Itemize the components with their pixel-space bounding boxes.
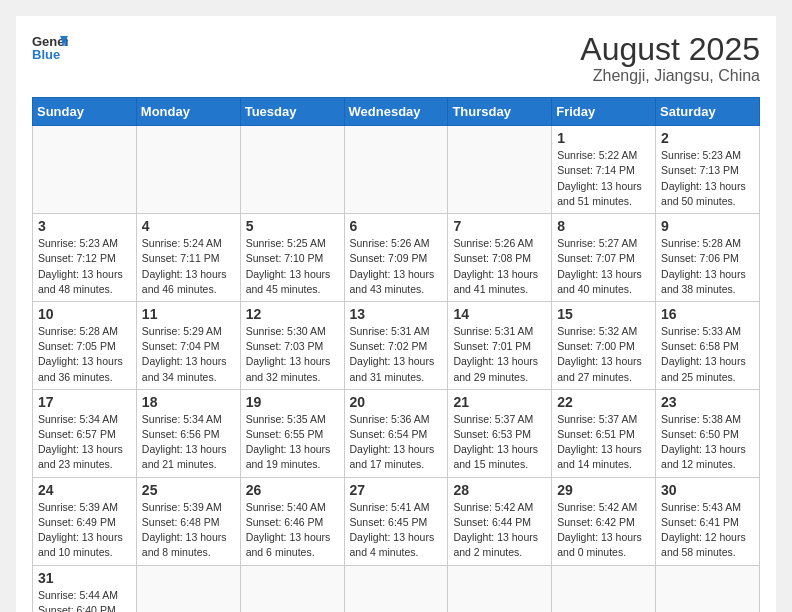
calendar-week-row: 17Sunrise: 5:34 AM Sunset: 6:57 PM Dayli… — [33, 389, 760, 477]
calendar-cell: 27Sunrise: 5:41 AM Sunset: 6:45 PM Dayli… — [344, 477, 448, 565]
calendar-table: SundayMondayTuesdayWednesdayThursdayFrid… — [32, 97, 760, 612]
calendar-cell: 15Sunrise: 5:32 AM Sunset: 7:00 PM Dayli… — [552, 301, 656, 389]
day-number: 21 — [453, 394, 546, 410]
day-number: 15 — [557, 306, 650, 322]
day-number: 7 — [453, 218, 546, 234]
calendar-cell — [448, 126, 552, 214]
calendar-cell: 12Sunrise: 5:30 AM Sunset: 7:03 PM Dayli… — [240, 301, 344, 389]
weekday-header-tuesday: Tuesday — [240, 98, 344, 126]
calendar-cell: 18Sunrise: 5:34 AM Sunset: 6:56 PM Dayli… — [136, 389, 240, 477]
calendar-cell: 5Sunrise: 5:25 AM Sunset: 7:10 PM Daylig… — [240, 214, 344, 302]
day-number: 26 — [246, 482, 339, 498]
calendar-cell: 28Sunrise: 5:42 AM Sunset: 6:44 PM Dayli… — [448, 477, 552, 565]
day-info: Sunrise: 5:39 AM Sunset: 6:48 PM Dayligh… — [142, 500, 235, 561]
page: General Blue August 2025 Zhengji, Jiangs… — [16, 16, 776, 612]
day-info: Sunrise: 5:26 AM Sunset: 7:08 PM Dayligh… — [453, 236, 546, 297]
calendar-cell: 1Sunrise: 5:22 AM Sunset: 7:14 PM Daylig… — [552, 126, 656, 214]
calendar-cell: 22Sunrise: 5:37 AM Sunset: 6:51 PM Dayli… — [552, 389, 656, 477]
calendar-week-row: 1Sunrise: 5:22 AM Sunset: 7:14 PM Daylig… — [33, 126, 760, 214]
day-number: 14 — [453, 306, 546, 322]
day-number: 2 — [661, 130, 754, 146]
calendar-cell: 3Sunrise: 5:23 AM Sunset: 7:12 PM Daylig… — [33, 214, 137, 302]
calendar-cell: 9Sunrise: 5:28 AM Sunset: 7:06 PM Daylig… — [656, 214, 760, 302]
svg-marker-3 — [62, 40, 68, 46]
weekday-header-wednesday: Wednesday — [344, 98, 448, 126]
calendar-week-row: 24Sunrise: 5:39 AM Sunset: 6:49 PM Dayli… — [33, 477, 760, 565]
calendar-cell: 31Sunrise: 5:44 AM Sunset: 6:40 PM Dayli… — [33, 565, 137, 612]
calendar-cell: 11Sunrise: 5:29 AM Sunset: 7:04 PM Dayli… — [136, 301, 240, 389]
weekday-header-sunday: Sunday — [33, 98, 137, 126]
day-number: 20 — [350, 394, 443, 410]
calendar-cell — [656, 565, 760, 612]
day-info: Sunrise: 5:26 AM Sunset: 7:09 PM Dayligh… — [350, 236, 443, 297]
calendar-cell — [33, 126, 137, 214]
calendar-cell: 24Sunrise: 5:39 AM Sunset: 6:49 PM Dayli… — [33, 477, 137, 565]
calendar-cell: 16Sunrise: 5:33 AM Sunset: 6:58 PM Dayli… — [656, 301, 760, 389]
day-number: 29 — [557, 482, 650, 498]
calendar-cell — [136, 126, 240, 214]
day-info: Sunrise: 5:43 AM Sunset: 6:41 PM Dayligh… — [661, 500, 754, 561]
day-number: 25 — [142, 482, 235, 498]
day-number: 24 — [38, 482, 131, 498]
weekday-header-monday: Monday — [136, 98, 240, 126]
day-info: Sunrise: 5:35 AM Sunset: 6:55 PM Dayligh… — [246, 412, 339, 473]
day-number: 9 — [661, 218, 754, 234]
day-info: Sunrise: 5:25 AM Sunset: 7:10 PM Dayligh… — [246, 236, 339, 297]
day-number: 18 — [142, 394, 235, 410]
day-number: 6 — [350, 218, 443, 234]
calendar-cell: 13Sunrise: 5:31 AM Sunset: 7:02 PM Dayli… — [344, 301, 448, 389]
day-info: Sunrise: 5:40 AM Sunset: 6:46 PM Dayligh… — [246, 500, 339, 561]
day-info: Sunrise: 5:36 AM Sunset: 6:54 PM Dayligh… — [350, 412, 443, 473]
title-section: August 2025 Zhengji, Jiangsu, China — [580, 32, 760, 85]
calendar-cell: 2Sunrise: 5:23 AM Sunset: 7:13 PM Daylig… — [656, 126, 760, 214]
calendar-cell — [344, 565, 448, 612]
calendar-cell: 7Sunrise: 5:26 AM Sunset: 7:08 PM Daylig… — [448, 214, 552, 302]
day-number: 30 — [661, 482, 754, 498]
day-info: Sunrise: 5:23 AM Sunset: 7:12 PM Dayligh… — [38, 236, 131, 297]
day-info: Sunrise: 5:31 AM Sunset: 7:01 PM Dayligh… — [453, 324, 546, 385]
logo-icon: General Blue — [32, 32, 68, 62]
day-number: 12 — [246, 306, 339, 322]
svg-text:Blue: Blue — [32, 47, 60, 62]
day-info: Sunrise: 5:41 AM Sunset: 6:45 PM Dayligh… — [350, 500, 443, 561]
day-number: 16 — [661, 306, 754, 322]
day-info: Sunrise: 5:28 AM Sunset: 7:05 PM Dayligh… — [38, 324, 131, 385]
day-info: Sunrise: 5:34 AM Sunset: 6:56 PM Dayligh… — [142, 412, 235, 473]
calendar-cell: 17Sunrise: 5:34 AM Sunset: 6:57 PM Dayli… — [33, 389, 137, 477]
day-info: Sunrise: 5:33 AM Sunset: 6:58 PM Dayligh… — [661, 324, 754, 385]
calendar-cell — [240, 126, 344, 214]
day-info: Sunrise: 5:23 AM Sunset: 7:13 PM Dayligh… — [661, 148, 754, 209]
day-number: 31 — [38, 570, 131, 586]
day-number: 19 — [246, 394, 339, 410]
day-number: 4 — [142, 218, 235, 234]
day-number: 13 — [350, 306, 443, 322]
day-info: Sunrise: 5:32 AM Sunset: 7:00 PM Dayligh… — [557, 324, 650, 385]
calendar-cell: 10Sunrise: 5:28 AM Sunset: 7:05 PM Dayli… — [33, 301, 137, 389]
day-number: 10 — [38, 306, 131, 322]
day-number: 28 — [453, 482, 546, 498]
day-info: Sunrise: 5:34 AM Sunset: 6:57 PM Dayligh… — [38, 412, 131, 473]
day-info: Sunrise: 5:27 AM Sunset: 7:07 PM Dayligh… — [557, 236, 650, 297]
calendar-cell: 23Sunrise: 5:38 AM Sunset: 6:50 PM Dayli… — [656, 389, 760, 477]
calendar-cell: 20Sunrise: 5:36 AM Sunset: 6:54 PM Dayli… — [344, 389, 448, 477]
day-number: 22 — [557, 394, 650, 410]
day-info: Sunrise: 5:24 AM Sunset: 7:11 PM Dayligh… — [142, 236, 235, 297]
day-info: Sunrise: 5:37 AM Sunset: 6:53 PM Dayligh… — [453, 412, 546, 473]
day-info: Sunrise: 5:28 AM Sunset: 7:06 PM Dayligh… — [661, 236, 754, 297]
calendar-cell: 25Sunrise: 5:39 AM Sunset: 6:48 PM Dayli… — [136, 477, 240, 565]
weekday-header-row: SundayMondayTuesdayWednesdayThursdayFrid… — [33, 98, 760, 126]
calendar-cell: 8Sunrise: 5:27 AM Sunset: 7:07 PM Daylig… — [552, 214, 656, 302]
calendar-cell — [136, 565, 240, 612]
day-number: 1 — [557, 130, 650, 146]
day-info: Sunrise: 5:42 AM Sunset: 6:44 PM Dayligh… — [453, 500, 546, 561]
calendar-cell: 30Sunrise: 5:43 AM Sunset: 6:41 PM Dayli… — [656, 477, 760, 565]
calendar-cell — [344, 126, 448, 214]
day-info: Sunrise: 5:42 AM Sunset: 6:42 PM Dayligh… — [557, 500, 650, 561]
calendar-cell: 14Sunrise: 5:31 AM Sunset: 7:01 PM Dayli… — [448, 301, 552, 389]
month-title: August 2025 — [580, 32, 760, 67]
day-info: Sunrise: 5:38 AM Sunset: 6:50 PM Dayligh… — [661, 412, 754, 473]
weekday-header-friday: Friday — [552, 98, 656, 126]
calendar-week-row: 3Sunrise: 5:23 AM Sunset: 7:12 PM Daylig… — [33, 214, 760, 302]
calendar-cell: 26Sunrise: 5:40 AM Sunset: 6:46 PM Dayli… — [240, 477, 344, 565]
page-header: General Blue August 2025 Zhengji, Jiangs… — [32, 32, 760, 85]
